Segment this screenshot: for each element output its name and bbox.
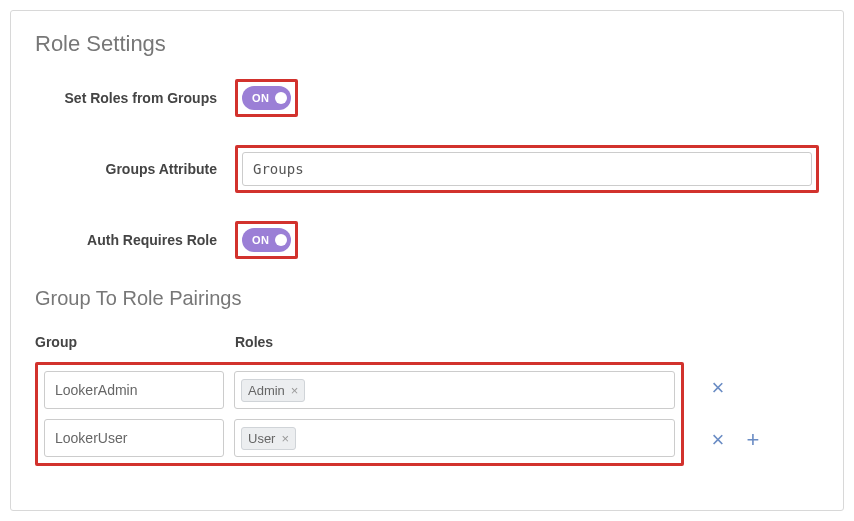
highlight-set-roles: ON <box>235 79 298 117</box>
role-tag: User × <box>241 427 296 450</box>
group-name-input[interactable] <box>44 371 224 409</box>
groups-attribute-input[interactable] <box>242 152 812 186</box>
auth-requires-role-row: Auth Requires Role ON <box>35 221 819 259</box>
section-title: Role Settings <box>35 31 819 57</box>
set-roles-from-groups-row: Set Roles from Groups ON <box>35 79 819 117</box>
remove-tag-icon[interactable]: × <box>281 431 289 446</box>
set-roles-from-groups-toggle[interactable]: ON <box>242 86 291 110</box>
col-header-group: Group <box>35 334 235 350</box>
pairing-row: Admin × <box>44 371 675 409</box>
row-actions: × × + <box>684 362 819 466</box>
highlight-auth-requires-role: ON <box>235 221 298 259</box>
pairings-title: Group To Role Pairings <box>35 287 819 310</box>
role-tag: Admin × <box>241 379 305 402</box>
action-row: × <box>712 364 819 412</box>
role-tag-label: User <box>248 431 275 446</box>
pairing-row: User × <box>44 419 675 457</box>
groups-attribute-label: Groups Attribute <box>35 161 235 177</box>
auth-requires-role-label: Auth Requires Role <box>35 232 235 248</box>
col-header-roles: Roles <box>235 334 819 350</box>
add-row-icon[interactable]: + <box>746 429 759 451</box>
delete-row-icon[interactable]: × <box>712 377 725 399</box>
role-tag-label: Admin <box>248 383 285 398</box>
toggle-on-label: ON <box>252 92 270 104</box>
highlight-groups-attribute <box>235 145 819 193</box>
roles-multiselect[interactable]: Admin × <box>234 371 675 409</box>
delete-row-icon[interactable]: × <box>712 429 725 451</box>
group-name-input[interactable] <box>44 419 224 457</box>
role-settings-panel: Role Settings Set Roles from Groups ON G… <box>10 10 844 511</box>
auth-requires-role-toggle[interactable]: ON <box>242 228 291 252</box>
set-roles-from-groups-label: Set Roles from Groups <box>35 90 235 106</box>
remove-tag-icon[interactable]: × <box>291 383 299 398</box>
action-row: × + <box>712 416 819 464</box>
toggle-knob-icon <box>275 92 287 104</box>
toggle-knob-icon <box>275 234 287 246</box>
toggle-on-label: ON <box>252 234 270 246</box>
groups-attribute-row: Groups Attribute <box>35 145 819 193</box>
pairings-area: Admin × User × × × <box>35 362 819 466</box>
pairings-header: Group Roles <box>35 334 819 362</box>
roles-multiselect[interactable]: User × <box>234 419 675 457</box>
highlight-pairings: Admin × User × <box>35 362 684 466</box>
